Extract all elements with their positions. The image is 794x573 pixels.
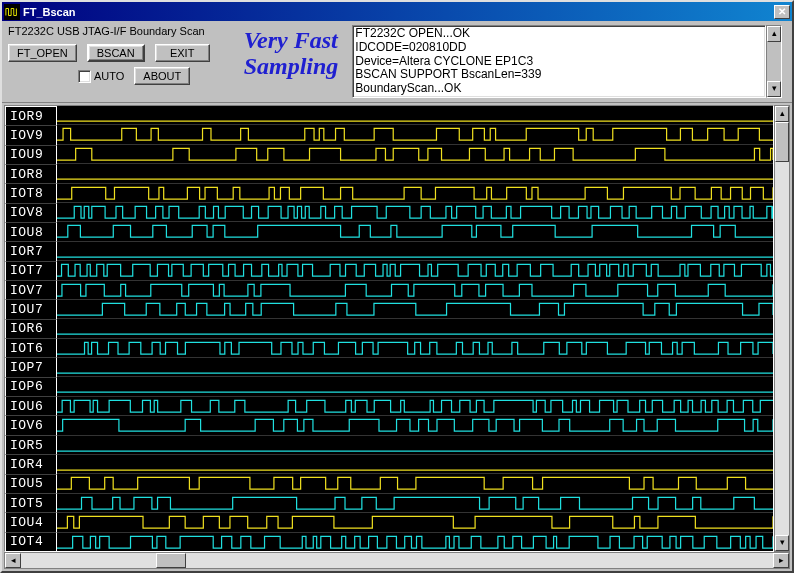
overlay-line2: Sampling <box>244 53 339 79</box>
wave-row-IOR7[interactable] <box>57 241 773 260</box>
wave-row-IOR6[interactable] <box>57 318 773 337</box>
signal-label-IOT6[interactable]: IOT6 <box>5 338 57 357</box>
wave-row-IOU8[interactable] <box>57 221 773 240</box>
log-box[interactable]: FT2232C OPEN...OKIDCODE=020810DDDevice=A… <box>352 25 766 98</box>
signal-label-IOP6[interactable]: IOP6 <box>5 377 57 396</box>
bscan-button[interactable]: BSCAN <box>87 44 145 62</box>
wave-row-IOU7[interactable] <box>57 299 773 318</box>
log-line: BoundaryScan...OK <box>355 82 763 96</box>
signal-label-IOR8[interactable]: IOR8 <box>5 164 57 183</box>
waveform-column[interactable] <box>57 106 773 551</box>
signal-label-IOT8[interactable]: IOT8 <box>5 183 57 202</box>
vscroll-track[interactable] <box>775 122 789 535</box>
signal-labels-column: IOR9IOV9IOU9IOR8IOT8IOV8IOU8IOR7IOT7IOV7… <box>5 106 57 551</box>
wave-row-IOU5[interactable] <box>57 473 773 492</box>
log-line: FT2232C OPEN...OK <box>355 27 763 41</box>
wave-row-IOV6[interactable] <box>57 415 773 434</box>
signal-label-IOV9[interactable]: IOV9 <box>5 125 57 144</box>
waveform-main: IOR9IOV9IOU9IOR8IOT8IOV8IOU8IOR7IOT7IOV7… <box>2 102 792 552</box>
signal-label-IOR4[interactable]: IOR4 <box>5 454 57 473</box>
vscroll-thumb[interactable] <box>775 122 789 162</box>
wave-row-IOP6[interactable] <box>57 376 773 395</box>
signal-label-IOU7[interactable]: IOU7 <box>5 299 57 318</box>
hscroll-track[interactable] <box>21 553 773 568</box>
hscroll-left-icon[interactable]: ◂ <box>5 553 21 568</box>
wave-row-IOT7[interactable] <box>57 260 773 279</box>
signal-label-IOU8[interactable]: IOU8 <box>5 222 57 241</box>
horizontal-scrollbar[interactable]: ◂ ▸ <box>4 552 790 569</box>
log-scrollbar[interactable]: ▴ ▾ <box>766 25 782 98</box>
button-row-2: AUTO ABOUT <box>8 67 210 85</box>
signal-label-IOV7[interactable]: IOV7 <box>5 280 57 299</box>
wave-row-IOR8[interactable] <box>57 163 773 182</box>
signal-label-IOR6[interactable]: IOR6 <box>5 319 57 338</box>
signal-label-IOR5[interactable]: IOR5 <box>5 435 57 454</box>
signal-label-IOT4[interactable]: IOT4 <box>5 532 57 551</box>
toolbar: FT2232C USB JTAG-I/F Boundary Scan FT_OP… <box>2 21 792 100</box>
hscroll-thumb[interactable] <box>156 553 186 568</box>
signal-label-IOR7[interactable]: IOR7 <box>5 241 57 260</box>
signal-label-IOU9[interactable]: IOU9 <box>5 145 57 164</box>
overlay-line1: Very Fast <box>244 27 339 53</box>
wave-row-IOT8[interactable] <box>57 183 773 202</box>
toolbar-label: FT2232C USB JTAG-I/F Boundary Scan <box>8 25 210 37</box>
overlay-text: Very Fast Sampling <box>214 25 349 80</box>
vertical-scrollbar[interactable]: ▴ ▾ <box>774 105 790 552</box>
signal-label-IOP7[interactable]: IOP7 <box>5 357 57 376</box>
signal-label-IOR9[interactable]: IOR9 <box>5 106 57 125</box>
signal-label-IOU4[interactable]: IOU4 <box>5 512 57 531</box>
scroll-down-icon[interactable]: ▾ <box>767 81 781 97</box>
wave-row-IOR4[interactable] <box>57 454 773 473</box>
wave-row-IOV9[interactable] <box>57 124 773 143</box>
vscroll-down-icon[interactable]: ▾ <box>775 535 789 551</box>
hscroll-right-icon[interactable]: ▸ <box>773 553 789 568</box>
log-area-wrap: FT2232C OPEN...OKIDCODE=020810DDDevice=A… <box>352 25 786 98</box>
wave-row-IOT5[interactable] <box>57 493 773 512</box>
wave-row-IOT6[interactable] <box>57 338 773 357</box>
auto-label: AUTO <box>94 70 124 82</box>
log-line: IDCODE=020810DD <box>355 41 763 55</box>
scroll-track[interactable] <box>767 42 781 81</box>
signal-label-IOV8[interactable]: IOV8 <box>5 203 57 222</box>
wave-row-IOV8[interactable] <box>57 202 773 221</box>
wave-row-IOU4[interactable] <box>57 512 773 531</box>
wave-row-IOT4[interactable] <box>57 532 773 551</box>
waveform-area[interactable]: IOR9IOV9IOU9IOR8IOT8IOV8IOU8IOR7IOT7IOV7… <box>4 105 774 552</box>
scroll-up-icon[interactable]: ▴ <box>767 26 781 42</box>
signal-label-IOV6[interactable]: IOV6 <box>5 415 57 434</box>
wave-row-IOR5[interactable] <box>57 435 773 454</box>
wave-row-IOP7[interactable] <box>57 357 773 376</box>
toolbar-controls: FT2232C USB JTAG-I/F Boundary Scan FT_OP… <box>8 25 210 85</box>
auto-checkbox-wrap[interactable]: AUTO <box>78 70 124 83</box>
wave-row-IOU6[interactable] <box>57 396 773 415</box>
signal-label-IOU5[interactable]: IOU5 <box>5 474 57 493</box>
log-line: BSCAN SUPPORT BscanLen=339 <box>355 68 763 82</box>
auto-checkbox[interactable] <box>78 70 91 83</box>
exit-button[interactable]: EXIT <box>155 44 210 62</box>
ft-open-button[interactable]: FT_OPEN <box>8 44 77 62</box>
wave-row-IOR9[interactable] <box>57 106 773 124</box>
app-icon <box>4 4 20 20</box>
signal-label-IOT5[interactable]: IOT5 <box>5 493 57 512</box>
titlebar[interactable]: FT_Bscan ✕ <box>2 2 792 21</box>
vscroll-up-icon[interactable]: ▴ <box>775 106 789 122</box>
close-button[interactable]: ✕ <box>774 5 790 19</box>
log-line: Device=Altera CYCLONE EP1C3 <box>355 55 763 69</box>
signal-label-IOT7[interactable]: IOT7 <box>5 261 57 280</box>
wave-row-IOU9[interactable] <box>57 144 773 163</box>
wave-row-IOV7[interactable] <box>57 280 773 299</box>
main-window: FT_Bscan ✕ FT2232C USB JTAG-I/F Boundary… <box>0 0 794 573</box>
button-row-1: FT_OPEN BSCAN EXIT <box>8 44 210 62</box>
signal-label-IOU6[interactable]: IOU6 <box>5 396 57 415</box>
window-title: FT_Bscan <box>23 6 774 18</box>
about-button[interactable]: ABOUT <box>134 67 190 85</box>
